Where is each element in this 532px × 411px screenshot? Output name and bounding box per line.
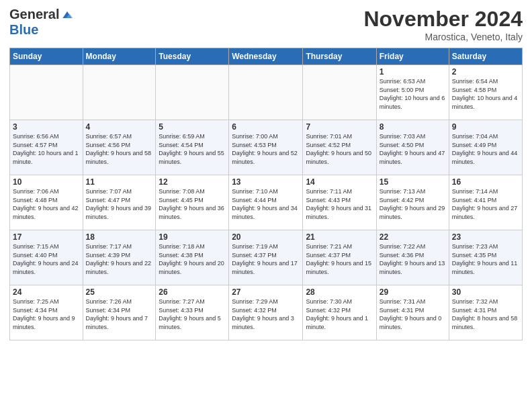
logo: General Blue (9, 7, 74, 38)
table-row (10, 65, 83, 120)
calendar-week-row: 17Sunrise: 7:15 AM Sunset: 4:40 PM Dayli… (10, 230, 523, 285)
day-number: 21 (306, 232, 373, 242)
day-info: Sunrise: 7:14 AM Sunset: 4:41 PM Dayligh… (452, 187, 519, 221)
col-saturday: Saturday (449, 48, 522, 65)
col-friday: Friday (376, 48, 449, 65)
day-info: Sunrise: 7:25 AM Sunset: 4:34 PM Dayligh… (13, 298, 80, 331)
day-number: 30 (452, 287, 519, 297)
table-row: 29Sunrise: 7:31 AM Sunset: 4:31 PM Dayli… (376, 285, 449, 340)
day-info: Sunrise: 7:10 AM Sunset: 4:44 PM Dayligh… (232, 187, 300, 221)
day-number: 28 (306, 287, 373, 297)
table-row: 26Sunrise: 7:27 AM Sunset: 4:33 PM Dayli… (156, 285, 229, 340)
table-row: 9Sunrise: 7:04 AM Sunset: 4:49 PM Daylig… (449, 120, 522, 175)
table-row: 27Sunrise: 7:29 AM Sunset: 4:32 PM Dayli… (229, 285, 303, 340)
table-row: 1Sunrise: 6:53 AM Sunset: 5:00 PM Daylig… (376, 65, 449, 120)
day-info: Sunrise: 7:26 AM Sunset: 4:34 PM Dayligh… (86, 298, 153, 331)
col-sunday: Sunday (10, 48, 83, 65)
day-number: 9 (452, 122, 519, 132)
col-thursday: Thursday (303, 48, 376, 65)
col-wednesday: Wednesday (229, 48, 303, 65)
day-number: 10 (13, 177, 80, 187)
day-info: Sunrise: 7:15 AM Sunset: 4:40 PM Dayligh… (13, 242, 80, 276)
table-row: 11Sunrise: 7:07 AM Sunset: 4:47 PM Dayli… (83, 175, 156, 230)
day-number: 14 (306, 177, 373, 187)
day-info: Sunrise: 7:04 AM Sunset: 4:49 PM Dayligh… (452, 132, 519, 166)
table-row (156, 65, 229, 120)
table-row: 22Sunrise: 7:22 AM Sunset: 4:36 PM Dayli… (376, 230, 449, 285)
day-number: 25 (86, 287, 153, 297)
table-row: 7Sunrise: 7:01 AM Sunset: 4:52 PM Daylig… (303, 120, 376, 175)
day-info: Sunrise: 6:53 AM Sunset: 5:00 PM Dayligh… (380, 77, 446, 111)
table-row (303, 65, 376, 120)
day-info: Sunrise: 7:08 AM Sunset: 4:45 PM Dayligh… (159, 187, 226, 221)
col-monday: Monday (83, 48, 156, 65)
table-row: 15Sunrise: 7:13 AM Sunset: 4:42 PM Dayli… (376, 175, 449, 230)
table-row: 8Sunrise: 7:03 AM Sunset: 4:50 PM Daylig… (376, 120, 449, 175)
day-number: 23 (452, 232, 519, 242)
table-row: 4Sunrise: 6:57 AM Sunset: 4:56 PM Daylig… (83, 120, 156, 175)
page-header: General Blue November 2024 Marostica, Ve… (9, 7, 523, 42)
table-row: 12Sunrise: 7:08 AM Sunset: 4:45 PM Dayli… (156, 175, 229, 230)
calendar-week-row: 1Sunrise: 6:53 AM Sunset: 5:00 PM Daylig… (10, 65, 523, 120)
day-number: 8 (380, 122, 446, 132)
day-number: 15 (380, 177, 446, 187)
day-info: Sunrise: 7:30 AM Sunset: 4:32 PM Dayligh… (306, 298, 373, 331)
table-row (83, 65, 156, 120)
day-info: Sunrise: 7:17 AM Sunset: 4:39 PM Dayligh… (86, 242, 153, 276)
day-info: Sunrise: 7:22 AM Sunset: 4:36 PM Dayligh… (380, 242, 446, 276)
table-row: 19Sunrise: 7:18 AM Sunset: 4:38 PM Dayli… (156, 230, 229, 285)
day-number: 5 (159, 122, 226, 132)
table-row: 10Sunrise: 7:06 AM Sunset: 4:48 PM Dayli… (10, 175, 83, 230)
calendar-week-row: 10Sunrise: 7:06 AM Sunset: 4:48 PM Dayli… (10, 175, 523, 230)
day-info: Sunrise: 7:21 AM Sunset: 4:37 PM Dayligh… (306, 242, 373, 276)
calendar-week-row: 24Sunrise: 7:25 AM Sunset: 4:34 PM Dayli… (10, 285, 523, 340)
calendar-header-row: Sunday Monday Tuesday Wednesday Thursday… (10, 48, 523, 65)
day-number: 6 (232, 122, 300, 132)
table-row: 25Sunrise: 7:26 AM Sunset: 4:34 PM Dayli… (83, 285, 156, 340)
location: Marostica, Veneto, Italy (363, 32, 523, 42)
table-row: 16Sunrise: 7:14 AM Sunset: 4:41 PM Dayli… (449, 175, 522, 230)
day-number: 2 (452, 67, 519, 77)
table-row: 23Sunrise: 7:23 AM Sunset: 4:35 PM Dayli… (449, 230, 522, 285)
calendar-table: Sunday Monday Tuesday Wednesday Thursday… (9, 48, 523, 340)
day-number: 1 (380, 67, 446, 77)
table-row: 20Sunrise: 7:19 AM Sunset: 4:37 PM Dayli… (229, 230, 303, 285)
day-number: 16 (452, 177, 519, 187)
day-number: 27 (232, 287, 300, 297)
day-info: Sunrise: 6:54 AM Sunset: 4:58 PM Dayligh… (452, 77, 519, 111)
day-number: 11 (86, 177, 153, 187)
day-info: Sunrise: 7:03 AM Sunset: 4:50 PM Dayligh… (380, 132, 446, 166)
table-row: 3Sunrise: 6:56 AM Sunset: 4:57 PM Daylig… (10, 120, 83, 175)
table-row: 24Sunrise: 7:25 AM Sunset: 4:34 PM Dayli… (10, 285, 83, 340)
day-info: Sunrise: 7:01 AM Sunset: 4:52 PM Dayligh… (306, 132, 373, 166)
day-info: Sunrise: 7:31 AM Sunset: 4:31 PM Dayligh… (380, 298, 446, 331)
table-row: 30Sunrise: 7:32 AM Sunset: 4:31 PM Dayli… (449, 285, 522, 340)
day-info: Sunrise: 7:27 AM Sunset: 4:33 PM Dayligh… (159, 298, 226, 331)
table-row: 6Sunrise: 7:00 AM Sunset: 4:53 PM Daylig… (229, 120, 303, 175)
day-number: 12 (159, 177, 226, 187)
day-number: 20 (232, 232, 300, 242)
day-number: 4 (86, 122, 153, 132)
calendar-week-row: 3Sunrise: 6:56 AM Sunset: 4:57 PM Daylig… (10, 120, 523, 175)
table-row (229, 65, 303, 120)
table-row: 5Sunrise: 6:59 AM Sunset: 4:54 PM Daylig… (156, 120, 229, 175)
table-row: 21Sunrise: 7:21 AM Sunset: 4:37 PM Dayli… (303, 230, 376, 285)
month-title: November 2024 (363, 7, 523, 32)
logo-general-text: General (9, 7, 59, 22)
logo-blue-text: Blue (9, 22, 38, 37)
table-row: 14Sunrise: 7:11 AM Sunset: 4:43 PM Dayli… (303, 175, 376, 230)
table-row: 18Sunrise: 7:17 AM Sunset: 4:39 PM Dayli… (83, 230, 156, 285)
table-row: 2Sunrise: 6:54 AM Sunset: 4:58 PM Daylig… (449, 65, 522, 120)
table-row: 17Sunrise: 7:15 AM Sunset: 4:40 PM Dayli… (10, 230, 83, 285)
day-number: 13 (232, 177, 300, 187)
col-tuesday: Tuesday (156, 48, 229, 65)
logo-icon (60, 8, 74, 21)
day-number: 19 (159, 232, 226, 242)
day-info: Sunrise: 6:56 AM Sunset: 4:57 PM Dayligh… (13, 132, 80, 166)
day-info: Sunrise: 7:13 AM Sunset: 4:42 PM Dayligh… (380, 187, 446, 221)
day-info: Sunrise: 6:57 AM Sunset: 4:56 PM Dayligh… (86, 132, 153, 166)
day-number: 3 (13, 122, 80, 132)
day-number: 22 (380, 232, 446, 242)
day-info: Sunrise: 7:32 AM Sunset: 4:31 PM Dayligh… (452, 298, 519, 331)
day-info: Sunrise: 7:29 AM Sunset: 4:32 PM Dayligh… (232, 298, 300, 331)
